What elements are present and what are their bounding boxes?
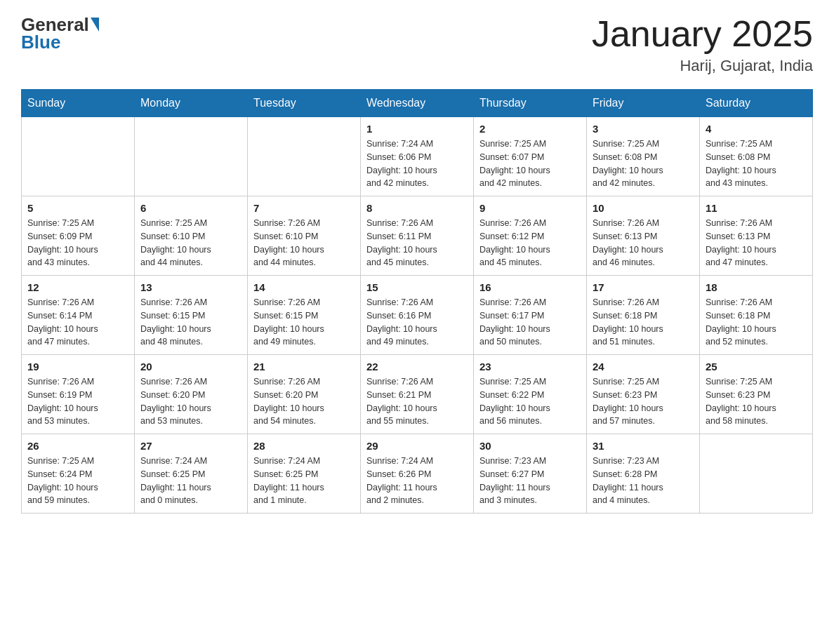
day-info: Sunrise: 7:26 AMSunset: 6:16 PMDaylight:… (366, 296, 468, 349)
calendar-cell (135, 117, 248, 196)
calendar-cell: 8Sunrise: 7:26 AMSunset: 6:11 PMDaylight… (361, 196, 474, 276)
day-number: 2 (479, 123, 581, 135)
col-header-wednesday: Wednesday (361, 90, 474, 117)
day-number: 5 (27, 202, 128, 214)
day-info: Sunrise: 7:24 AMSunset: 6:06 PMDaylight:… (366, 137, 468, 190)
calendar-week-row: 5Sunrise: 7:25 AMSunset: 6:09 PMDaylight… (22, 196, 813, 276)
calendar-cell: 6Sunrise: 7:25 AMSunset: 6:10 PMDaylight… (135, 196, 248, 276)
day-info: Sunrise: 7:23 AMSunset: 6:28 PMDaylight:… (593, 455, 694, 507)
day-number: 29 (366, 440, 468, 452)
calendar-header: SundayMondayTuesdayWednesdayThursdayFrid… (22, 90, 813, 117)
calendar-subtitle: Harij, Gujarat, India (592, 57, 813, 75)
calendar-cell: 2Sunrise: 7:25 AMSunset: 6:07 PMDaylight… (474, 117, 587, 196)
day-info: Sunrise: 7:25 AMSunset: 6:23 PMDaylight:… (593, 375, 694, 428)
day-info: Sunrise: 7:26 AMSunset: 6:13 PMDaylight:… (593, 217, 694, 269)
day-number: 31 (593, 440, 694, 452)
day-info: Sunrise: 7:24 AMSunset: 6:25 PMDaylight:… (253, 455, 355, 507)
day-info: Sunrise: 7:26 AMSunset: 6:11 PMDaylight:… (366, 217, 468, 269)
day-info: Sunrise: 7:23 AMSunset: 6:27 PMDaylight:… (479, 455, 581, 507)
day-number: 4 (706, 123, 807, 135)
calendar-cell: 15Sunrise: 7:26 AMSunset: 6:16 PMDayligh… (361, 276, 474, 355)
day-number: 12 (27, 281, 128, 293)
day-info: Sunrise: 7:26 AMSunset: 6:21 PMDaylight:… (366, 375, 468, 428)
calendar-cell: 14Sunrise: 7:26 AMSunset: 6:15 PMDayligh… (248, 276, 361, 355)
calendar-cell: 21Sunrise: 7:26 AMSunset: 6:20 PMDayligh… (248, 355, 361, 434)
calendar-table: SundayMondayTuesdayWednesdayThursdayFrid… (21, 89, 813, 514)
day-info: Sunrise: 7:24 AMSunset: 6:25 PMDaylight:… (140, 455, 241, 507)
day-number: 8 (366, 202, 468, 214)
calendar-cell: 18Sunrise: 7:26 AMSunset: 6:18 PMDayligh… (700, 276, 813, 355)
day-info: Sunrise: 7:26 AMSunset: 6:14 PMDaylight:… (27, 296, 128, 349)
day-number: 23 (479, 361, 581, 373)
day-number: 6 (140, 202, 241, 214)
col-header-monday: Monday (135, 90, 248, 117)
calendar-cell: 3Sunrise: 7:25 AMSunset: 6:08 PMDaylight… (587, 117, 700, 196)
calendar-cell: 22Sunrise: 7:26 AMSunset: 6:21 PMDayligh… (361, 355, 474, 434)
day-info: Sunrise: 7:25 AMSunset: 6:22 PMDaylight:… (479, 375, 581, 428)
day-info: Sunrise: 7:26 AMSunset: 6:10 PMDaylight:… (253, 217, 355, 269)
day-info: Sunrise: 7:25 AMSunset: 6:24 PMDaylight:… (27, 455, 128, 507)
calendar-week-row: 12Sunrise: 7:26 AMSunset: 6:14 PMDayligh… (22, 276, 813, 355)
day-number: 19 (27, 361, 128, 373)
day-info: Sunrise: 7:25 AMSunset: 6:08 PMDaylight:… (706, 137, 807, 190)
day-info: Sunrise: 7:26 AMSunset: 6:20 PMDaylight:… (140, 375, 241, 428)
day-number: 27 (140, 440, 241, 452)
calendar-cell: 20Sunrise: 7:26 AMSunset: 6:20 PMDayligh… (135, 355, 248, 434)
calendar-cell: 29Sunrise: 7:24 AMSunset: 6:26 PMDayligh… (361, 434, 474, 514)
day-number: 15 (366, 281, 468, 293)
calendar-cell: 30Sunrise: 7:23 AMSunset: 6:27 PMDayligh… (474, 434, 587, 514)
day-info: Sunrise: 7:26 AMSunset: 6:15 PMDaylight:… (140, 296, 241, 349)
calendar-cell: 16Sunrise: 7:26 AMSunset: 6:17 PMDayligh… (474, 276, 587, 355)
col-header-sunday: Sunday (22, 90, 135, 117)
calendar-cell (700, 434, 813, 514)
logo-triangle-icon (91, 18, 99, 32)
day-info: Sunrise: 7:24 AMSunset: 6:26 PMDaylight:… (366, 455, 468, 507)
day-info: Sunrise: 7:26 AMSunset: 6:15 PMDaylight:… (253, 296, 355, 349)
calendar-cell: 31Sunrise: 7:23 AMSunset: 6:28 PMDayligh… (587, 434, 700, 514)
page-header: General Blue January 2025 Harij, Gujarat… (21, 14, 813, 75)
day-number: 16 (479, 281, 581, 293)
calendar-cell: 9Sunrise: 7:26 AMSunset: 6:12 PMDaylight… (474, 196, 587, 276)
calendar-header-row: SundayMondayTuesdayWednesdayThursdayFrid… (22, 90, 813, 117)
calendar-cell: 12Sunrise: 7:26 AMSunset: 6:14 PMDayligh… (22, 276, 135, 355)
calendar-cell: 28Sunrise: 7:24 AMSunset: 6:25 PMDayligh… (248, 434, 361, 514)
day-number: 26 (27, 440, 128, 452)
day-info: Sunrise: 7:25 AMSunset: 6:23 PMDaylight:… (706, 375, 807, 428)
calendar-body: 1Sunrise: 7:24 AMSunset: 6:06 PMDaylight… (22, 117, 813, 514)
day-info: Sunrise: 7:26 AMSunset: 6:17 PMDaylight:… (479, 296, 581, 349)
col-header-thursday: Thursday (474, 90, 587, 117)
calendar-week-row: 19Sunrise: 7:26 AMSunset: 6:19 PMDayligh… (22, 355, 813, 434)
day-number: 21 (253, 361, 355, 373)
day-number: 25 (706, 361, 807, 373)
day-number: 10 (593, 202, 694, 214)
day-info: Sunrise: 7:25 AMSunset: 6:07 PMDaylight:… (479, 137, 581, 190)
day-info: Sunrise: 7:26 AMSunset: 6:12 PMDaylight:… (479, 217, 581, 269)
day-number: 1 (366, 123, 468, 135)
calendar-cell (22, 117, 135, 196)
logo: General Blue (21, 14, 99, 53)
calendar-cell: 17Sunrise: 7:26 AMSunset: 6:18 PMDayligh… (587, 276, 700, 355)
calendar-title: January 2025 (592, 14, 813, 54)
day-number: 3 (593, 123, 694, 135)
calendar-cell: 4Sunrise: 7:25 AMSunset: 6:08 PMDaylight… (700, 117, 813, 196)
day-info: Sunrise: 7:25 AMSunset: 6:10 PMDaylight:… (140, 217, 241, 269)
calendar-cell: 13Sunrise: 7:26 AMSunset: 6:15 PMDayligh… (135, 276, 248, 355)
day-info: Sunrise: 7:25 AMSunset: 6:08 PMDaylight:… (593, 137, 694, 190)
day-info: Sunrise: 7:26 AMSunset: 6:19 PMDaylight:… (27, 375, 128, 428)
calendar-cell: 10Sunrise: 7:26 AMSunset: 6:13 PMDayligh… (587, 196, 700, 276)
day-number: 22 (366, 361, 468, 373)
day-number: 20 (140, 361, 241, 373)
col-header-tuesday: Tuesday (248, 90, 361, 117)
day-number: 7 (253, 202, 355, 214)
logo-blue-text: Blue (21, 32, 60, 53)
day-info: Sunrise: 7:26 AMSunset: 6:18 PMDaylight:… (706, 296, 807, 349)
day-info: Sunrise: 7:26 AMSunset: 6:20 PMDaylight:… (253, 375, 355, 428)
col-header-friday: Friday (587, 90, 700, 117)
calendar-cell: 23Sunrise: 7:25 AMSunset: 6:22 PMDayligh… (474, 355, 587, 434)
day-info: Sunrise: 7:25 AMSunset: 6:09 PMDaylight:… (27, 217, 128, 269)
calendar-cell: 1Sunrise: 7:24 AMSunset: 6:06 PMDaylight… (361, 117, 474, 196)
calendar-cell: 27Sunrise: 7:24 AMSunset: 6:25 PMDayligh… (135, 434, 248, 514)
calendar-cell: 24Sunrise: 7:25 AMSunset: 6:23 PMDayligh… (587, 355, 700, 434)
day-info: Sunrise: 7:26 AMSunset: 6:18 PMDaylight:… (593, 296, 694, 349)
calendar-cell: 26Sunrise: 7:25 AMSunset: 6:24 PMDayligh… (22, 434, 135, 514)
